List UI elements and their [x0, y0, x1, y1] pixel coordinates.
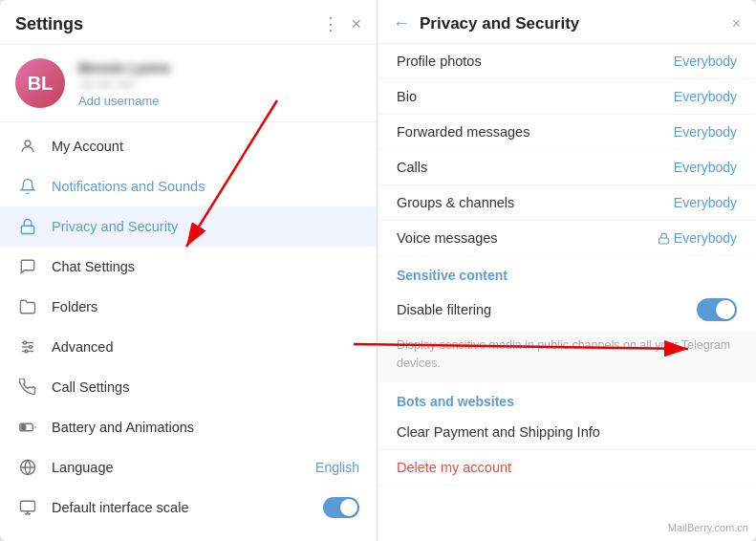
- account-icon: [17, 136, 38, 157]
- sidebar-item-label-notifications: Notifications and Sounds: [52, 179, 359, 194]
- privacy-label-groups: Groups & channels: [397, 195, 674, 210]
- clear-payment-label: Clear Payment and Shipping Info: [397, 424, 600, 440]
- svg-point-7: [25, 350, 28, 353]
- sidebar-item-chat-settings[interactable]: Chat Settings: [0, 247, 377, 287]
- language-value: English: [315, 460, 359, 475]
- sidebar-item-label-advanced: Advanced: [52, 339, 359, 355]
- disable-filtering-label: Disable filtering: [397, 302, 697, 317]
- sidebar-item-label-battery: Battery and Animations: [52, 420, 359, 435]
- left-header: Settings ⋮ ×: [0, 0, 377, 45]
- privacy-value-profile-photos: Everybody: [674, 54, 737, 69]
- profile-info: Bessie Lyons +5 •••• •••• Add username: [78, 59, 170, 108]
- privacy-label-profile-photos: Profile photos: [397, 54, 674, 69]
- settings-title: Settings: [15, 14, 83, 34]
- privacy-label-bio: Bio: [397, 89, 674, 104]
- clear-payment-row[interactable]: Clear Payment and Shipping Info: [378, 415, 756, 450]
- sidebar-item-privacy[interactable]: Privacy and Security: [0, 206, 377, 247]
- profile-phone: +5 •••• ••••: [78, 77, 170, 92]
- more-icon[interactable]: ⋮: [322, 13, 339, 34]
- privacy-label-voice: Voice messages: [397, 230, 658, 246]
- battery-icon: [17, 417, 38, 438]
- nav-list: My Account Notifications and Sounds Priv…: [0, 122, 377, 541]
- sensitive-note: Display sensitive media in public channe…: [378, 331, 756, 382]
- bell-icon: [17, 176, 38, 197]
- svg-rect-15: [659, 237, 668, 243]
- privacy-value-voice: Everybody: [658, 230, 737, 246]
- sidebar-item-advanced[interactable]: Advanced: [0, 327, 377, 367]
- sidebar-item-label-folders: Folders: [52, 299, 359, 314]
- sliders-icon: [17, 336, 38, 357]
- profile-name: Bessie Lyons: [78, 59, 170, 76]
- right-panel-title: Privacy and Security: [420, 14, 723, 33]
- left-panel: Settings ⋮ × BL Bessie Lyons +5 •••• •••…: [0, 0, 378, 541]
- avatar: BL: [15, 58, 65, 108]
- sidebar-item-language[interactable]: Language English: [0, 447, 377, 487]
- bots-section-header: Bots and websites: [378, 382, 756, 415]
- privacy-value-calls: Everybody: [674, 160, 737, 175]
- sidebar-item-call-settings[interactable]: Call Settings: [0, 367, 377, 407]
- sidebar-item-label-interface-scale: Default interface scale: [52, 500, 310, 515]
- watermark: MailBerry.com.cn: [668, 522, 748, 533]
- sidebar-item-label-language: Language: [52, 460, 302, 475]
- svg-rect-12: [21, 501, 35, 511]
- sidebar-item-battery[interactable]: Battery and Animations: [0, 407, 377, 447]
- back-button[interactable]: ←: [393, 13, 410, 33]
- privacy-row-groups[interactable]: Groups & channels Everybody: [378, 185, 756, 221]
- delete-account-label: Delete my account: [397, 460, 511, 475]
- svg-point-0: [25, 141, 31, 146]
- right-close-button[interactable]: ×: [732, 15, 741, 32]
- sidebar-item-folders[interactable]: Folders: [0, 287, 377, 327]
- lock-icon: [17, 216, 38, 237]
- phone-icon: [17, 377, 38, 398]
- sidebar-item-label-call: Call Settings: [52, 379, 359, 395]
- profile-section: BL Bessie Lyons +5 •••• •••• Add usernam…: [0, 45, 377, 122]
- sidebar-item-interface-scale[interactable]: Default interface scale: [0, 487, 377, 528]
- add-username-link[interactable]: Add username: [78, 94, 170, 108]
- svg-point-5: [24, 341, 27, 344]
- privacy-row-profile-photos[interactable]: Profile photos Everybody: [378, 44, 756, 79]
- privacy-label-forwarded: Forwarded messages: [397, 124, 674, 140]
- svg-rect-1: [21, 226, 34, 233]
- privacy-row-bio[interactable]: Bio Everybody: [378, 79, 756, 115]
- sidebar-item-label-privacy: Privacy and Security: [52, 219, 359, 234]
- privacy-value-groups: Everybody: [674, 195, 737, 210]
- privacy-row-forwarded[interactable]: Forwarded messages Everybody: [378, 115, 756, 150]
- disable-filtering-toggle[interactable]: [697, 298, 737, 321]
- svg-point-6: [30, 346, 32, 349]
- sidebar-item-my-account[interactable]: My Account: [0, 126, 377, 166]
- privacy-row-calls[interactable]: Calls Everybody: [378, 150, 756, 185]
- privacy-value-forwarded: Everybody: [674, 124, 737, 140]
- svg-rect-10: [21, 425, 26, 430]
- header-icons: ⋮ ×: [322, 13, 361, 34]
- sidebar-item-label-my-account: My Account: [52, 139, 359, 154]
- disable-filtering-row: Disable filtering: [378, 289, 756, 331]
- language-icon: [17, 457, 38, 478]
- privacy-row-voice[interactable]: Voice messages Everybody: [378, 221, 756, 256]
- privacy-value-bio: Everybody: [674, 89, 737, 104]
- right-content: Profile photos Everybody Bio Everybody F…: [378, 44, 756, 541]
- chat-icon: [17, 256, 38, 277]
- right-panel: ← Privacy and Security × Profile photos …: [378, 0, 756, 541]
- delete-account-row[interactable]: Delete my account: [378, 450, 756, 486]
- sensitive-section-header: Sensitive content: [378, 256, 756, 289]
- privacy-label-calls: Calls: [397, 160, 674, 175]
- sidebar-item-label-chat: Chat Settings: [52, 259, 359, 274]
- right-header: ← Privacy and Security ×: [378, 0, 756, 44]
- interface-scale-toggle[interactable]: [323, 497, 359, 518]
- sidebar-item-notifications[interactable]: Notifications and Sounds: [0, 166, 377, 206]
- folder-icon: [17, 296, 38, 317]
- close-icon[interactable]: ×: [351, 14, 361, 34]
- monitor-icon: [17, 497, 38, 518]
